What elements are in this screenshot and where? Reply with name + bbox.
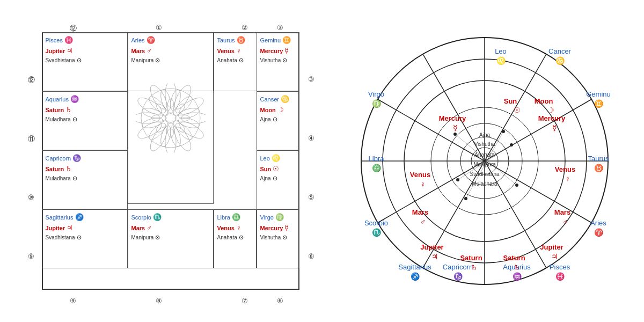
h6-planet: Mercury — [260, 225, 283, 231]
chakra-svadhistana: Svadhistana — [470, 171, 499, 177]
astro-wheel: Leo ♌ Cancer ♋ Geminu ♊ Taurus ♉ Aries ♈… — [345, 16, 624, 306]
svg-point-6 — [171, 125, 194, 153]
h8-chakra: Manipura — [131, 235, 154, 240]
house-cell-3: Geminu ♊ Mercury ☿ Vishutha ⊙ — [257, 32, 299, 91]
sign-pisces: Pisces — [549, 263, 570, 271]
h9-chakra-symbol: ⊙ — [77, 234, 82, 240]
h6-sign: Virgo — [260, 214, 274, 221]
planet-jupiter-left: Jupiter — [420, 243, 443, 251]
house-cell-12: Pisces ♓ Jupiter ♃ Svadhistana ⊙ — [42, 32, 128, 91]
house-cell-7: Libra ♎ Venus ♀ Anahata ⊙ — [214, 209, 257, 268]
house-num-2: ② — [241, 24, 248, 32]
planet-venus-left-symbol: ♀ — [420, 180, 426, 188]
house-cell-9: Sagittarius ♐ Jupiter ♃ Svadhistana ⊙ — [42, 209, 128, 268]
h5-planet-symbol: ☉ — [273, 165, 279, 173]
h7-sign: Libra — [217, 214, 230, 221]
wheel-svg: Leo ♌ Cancer ♋ Geminu ♊ Taurus ♉ Aries ♈… — [350, 27, 619, 295]
svg-point-12 — [147, 83, 170, 112]
house-cell-4: Canser ♋ Moon ☽ Ajna ⊙ — [257, 91, 299, 150]
sign-cancer-symbol: ♋ — [555, 56, 565, 65]
svg-point-3 — [177, 94, 206, 117]
h12-chakra: Svadhistana — [46, 57, 75, 63]
sign-capricorn-symbol: ♑ — [453, 272, 463, 281]
h10-planet-symbol: ♄ — [65, 165, 72, 173]
planet-mercury-left-symbol: ☿ — [452, 123, 457, 132]
planet-jupiter-right: Jupiter — [540, 243, 563, 251]
house-num-8: ⑧ — [156, 297, 162, 305]
chakra-vishutha: Vishutha — [474, 141, 495, 147]
h12-planet: Jupiter — [46, 48, 65, 54]
h2-sign-symbol: ♉ — [237, 36, 245, 44]
planet-mercury-right-symbol: ☿ — [552, 123, 557, 132]
h9-sign-symbol: ♐ — [75, 213, 84, 221]
planet-saturn-left-symbol: ♄ — [470, 263, 477, 272]
h8-sign: Scorpio — [131, 214, 151, 221]
svg-point-8 — [147, 125, 170, 153]
svg-point-11 — [136, 94, 164, 117]
h6-planet-symbol: ☿ — [284, 224, 289, 232]
planet-mars-left-symbol: ♂ — [420, 217, 426, 226]
center-mandala — [128, 32, 214, 204]
svg-point-55 — [502, 130, 505, 133]
chakra-muladhara: Muladhara — [472, 181, 497, 187]
h12-sign-symbol: ♓ — [64, 36, 73, 44]
sign-taurus-symbol: ♉ — [594, 164, 603, 173]
svg-point-9 — [136, 119, 164, 141]
h3-sign: Geminu — [260, 37, 281, 43]
house-num-3-top: ③ — [277, 24, 283, 32]
h3-chakra-symbol: ⊙ — [282, 57, 287, 63]
sign-leo-symbol: ♌ — [496, 56, 506, 65]
planet-mars-right: Mars — [554, 208, 570, 216]
h10-planet: Saturn — [46, 166, 64, 172]
house-num-3-right: ③ — [308, 75, 314, 83]
svg-point-5 — [177, 119, 206, 141]
h6-chakra: Vishutha — [260, 235, 281, 240]
house-num-10: ⑩ — [28, 193, 34, 201]
planet-saturn-right-symbol: ♄ — [513, 263, 520, 272]
chakra-ajna: Ajna — [479, 132, 489, 138]
sign-pisces-symbol: ♓ — [555, 272, 565, 281]
h9-chakra: Svadhistana — [46, 235, 75, 240]
h9-planet: Jupiter — [46, 225, 65, 231]
sign-aries: Aries — [590, 219, 606, 227]
planet-venus-right-symbol: ♀ — [565, 174, 570, 183]
sign-scorpio: Scorpio — [364, 219, 387, 227]
h4-planet: Moon — [260, 107, 276, 113]
svg-point-52 — [456, 178, 459, 181]
house-num-12-left: ⑫ — [28, 75, 35, 85]
svg-point-51 — [515, 184, 518, 187]
h7-planet: Venus — [217, 225, 235, 231]
sign-gemini: Geminu — [586, 90, 611, 98]
planet-jupiter-left-symbol: ♃ — [431, 252, 438, 261]
planet-mars-left: Mars — [412, 208, 428, 216]
planet-mercury-left: Mercury — [438, 114, 466, 122]
h2-planet-symbol: ♀ — [236, 47, 241, 55]
house-num-11: ⑪ — [28, 134, 35, 144]
h8-chakra-symbol: ⊙ — [155, 234, 160, 240]
h12-chakra-symbol: ⊙ — [77, 57, 82, 63]
sign-sagittarius: Sagittarius — [398, 263, 431, 271]
h11-planet: Saturn — [46, 107, 64, 113]
sign-aries-symbol: ♈ — [594, 228, 603, 237]
h5-sign: Leo — [260, 155, 270, 162]
h8-planet-symbol: ♂ — [147, 224, 152, 232]
sign-libra-symbol: ♎ — [371, 164, 381, 173]
sign-gemini-symbol: ♊ — [594, 99, 603, 108]
house-num-4: ④ — [308, 134, 314, 142]
h5-sign-symbol: ♌ — [272, 154, 280, 162]
house-cell-8: Scorpio ♏ Mars ♂ Manipura ⊙ — [128, 209, 214, 268]
house-num-5: ⑤ — [308, 193, 314, 201]
h10-chakra-symbol: ⊙ — [72, 175, 77, 181]
sign-aquarius-symbol: ♒ — [512, 272, 522, 281]
h12-planet-symbol: ♃ — [67, 47, 73, 55]
planet-mercury-right: Mercury — [538, 114, 565, 122]
planet-saturn-left: Saturn — [460, 254, 482, 262]
house-num-1: ① — [156, 24, 162, 32]
house-cell-11: Aquarius ♒ Saturn ♄ Muladhara ⊙ — [42, 91, 128, 150]
house-cell-10: Capricorn ♑ Saturn ♄ Muladhara ⊙ — [42, 150, 128, 209]
sign-libra: Libra — [368, 155, 384, 163]
house-num-9-left: ⑨ — [28, 252, 34, 260]
h6-chakra-symbol: ⊙ — [282, 234, 287, 240]
planet-moon: Moon — [534, 97, 553, 105]
sign-sagittarius-symbol: ♐ — [410, 272, 420, 281]
